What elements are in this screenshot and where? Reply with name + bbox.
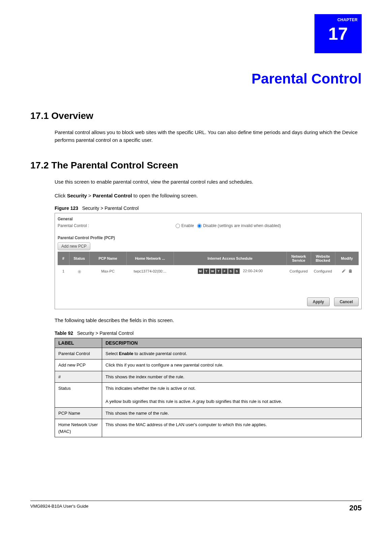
col-website-blocked: Website Blocked [311, 252, 335, 265]
edit-icon[interactable] [341, 268, 346, 273]
cell-description: Click this if you want to configure a ne… [102, 359, 362, 371]
page-number: 205 [349, 504, 362, 512]
text-fragment: Click [55, 193, 67, 198]
cell-label: PCP Name [55, 407, 102, 419]
breadcrumb-parental-control: Parental Control [93, 193, 132, 198]
disable-label: Disable [203, 223, 216, 228]
cell-network-service: Configured [287, 265, 311, 277]
table-row: Status This indicates whether the rule i… [55, 383, 362, 408]
cell-label: Parental Control [55, 348, 102, 359]
chapter-tab: CHAPTER 17 [314, 14, 362, 53]
col-network-service: Network Service [287, 252, 311, 265]
chapter-number: 17 [328, 24, 348, 44]
schedule-time: 22:00-24:00 [243, 269, 263, 273]
figure-footer-buttons: Apply Cancel [58, 297, 359, 306]
cell-description: This shows the MAC address of the LAN us… [102, 419, 362, 437]
day-chip-wed: W [210, 268, 215, 274]
cell-label: Add new PCP [55, 359, 102, 371]
table-caption: Table 92 Security > Parental Control [55, 330, 362, 336]
text-fragment: > [87, 193, 93, 198]
footer-guide-name: VMG8924-B10A User's Guide [30, 504, 88, 509]
day-chip-sun: S [234, 268, 240, 274]
bulb-icon: ◉ [78, 269, 81, 274]
cell-description: This shows the name of the rule. [102, 407, 362, 419]
section-17-1-heading: 17.1 Overview [30, 110, 362, 121]
text-line: A yellow bulb signifies that this rule i… [105, 399, 282, 404]
col-modify: Modify [335, 252, 359, 265]
figure-caption: Figure 123 Security > Parental Control [55, 205, 362, 211]
chapter-title: Parental Control [30, 71, 362, 87]
cell-description: This indicates whether the rule is activ… [102, 383, 362, 408]
figure-label: Figure 123 [55, 205, 78, 211]
cell-label: Status [55, 383, 102, 408]
cell-home-network: twpc13774-02(00:... [126, 265, 174, 277]
enable-label: Enable [181, 223, 194, 228]
description-table: LABEL DESCRIPTION Parental Control Selec… [55, 338, 362, 438]
general-heading: General [58, 217, 359, 221]
day-chip-tue: T [204, 268, 209, 274]
cell-website-blocked: Configured [311, 265, 335, 277]
col-pcp-name: PCP Name [89, 252, 126, 265]
day-chip-sat: S [228, 268, 234, 274]
pcp-table: # Status PCP Name Home Network ... Inter… [58, 252, 359, 277]
cell-index: 1 [58, 265, 69, 277]
text-fragment: to open the following screen. [132, 193, 198, 198]
col-internet-access-schedule: Internet Access Schedule [174, 252, 287, 265]
table-title: Security > Parental Control [77, 330, 134, 336]
pcp-heading: Parental Control Profile (PCP) [58, 235, 359, 240]
header-label: LABEL [55, 338, 102, 348]
figure-title: Security > Parental Control [82, 205, 139, 211]
section-17-1-paragraph: Parental control allows you to block web… [55, 129, 362, 144]
table-row: 1 ◉ Max-PC twpc13774-02(00:... MTWTFSS 2… [58, 265, 359, 277]
cancel-button[interactable]: Cancel [334, 297, 359, 306]
parental-control-screenshot: General Parental Control : Enable Disabl… [55, 213, 362, 309]
section-17-2-heading: 17.2 The Parental Control Screen [30, 160, 362, 171]
cell-label: Home Network User (MAC) [55, 419, 102, 437]
header-description: DESCRIPTION [102, 338, 362, 348]
breadcrumb-security: Security [67, 193, 87, 198]
parental-control-toggle-row: Parental Control : Enable Disable (setti… [58, 223, 359, 228]
apply-button[interactable]: Apply [307, 297, 330, 306]
cell-schedule: MTWTFSS 22:00-24:00 [174, 265, 287, 277]
section-17-2-p1: Use this screen to enable parental contr… [55, 178, 362, 186]
day-chip-thu: T [216, 268, 221, 274]
col-home-network: Home Network ... [126, 252, 174, 265]
cell-description: Select Enable to activate parental contr… [102, 348, 362, 359]
table-row: Home Network User (MAC) This shows the M… [55, 419, 362, 437]
text-fragment: to activate parental control. [133, 351, 187, 356]
text-line: This indicates whether the rule is activ… [105, 386, 195, 391]
disable-radio[interactable] [197, 224, 202, 228]
text-bold: Enable [119, 351, 133, 356]
table-row: PCP Name This shows the name of the rule… [55, 407, 362, 419]
day-chip-mon: M [198, 268, 203, 274]
col-index: # [58, 252, 69, 265]
chapter-word: CHAPTER [337, 18, 358, 22]
day-chips: MTWTFSS [198, 269, 241, 273]
after-figure-paragraph: The following table describes the fields… [55, 317, 362, 324]
trash-icon[interactable] [348, 268, 353, 273]
disable-note: (settings are invalid when disabled) [218, 223, 281, 228]
col-status: Status [69, 252, 89, 265]
page-footer: VMG8924-B10A User's Guide 205 [30, 501, 362, 512]
table-row: Add new PCP Click this if you want to co… [55, 359, 362, 371]
cell-label: # [55, 371, 102, 383]
day-chip-fri: F [222, 268, 228, 274]
table-row: Parental Control Select Enable to activa… [55, 348, 362, 359]
section-17-2-p2: Click Security > Parental Control to ope… [55, 192, 362, 200]
add-new-pcp-button[interactable]: Add new PCP [58, 242, 90, 250]
cell-modify [335, 265, 359, 277]
text-fragment: Select [105, 351, 119, 356]
enable-radio[interactable] [176, 224, 180, 228]
cell-pcp-name: Max-PC [89, 265, 126, 277]
table-label: Table 92 [55, 330, 73, 336]
cell-description: This shows the index number of the rule. [102, 371, 362, 383]
cell-status: ◉ [69, 265, 89, 277]
parental-control-label: Parental Control : [58, 223, 172, 228]
table-row: # This shows the index number of the rul… [55, 371, 362, 383]
